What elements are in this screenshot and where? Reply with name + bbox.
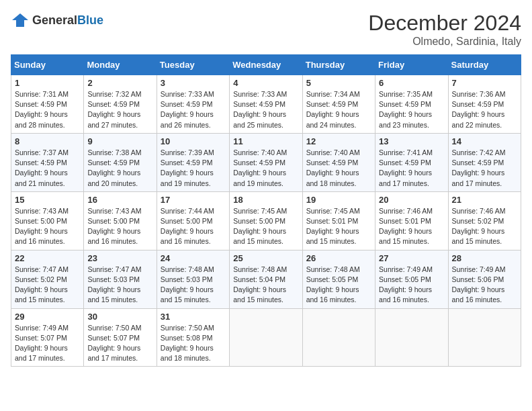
day-info: Sunrise: 7:32 AMSunset: 4:59 PMDaylight:… [87,89,152,130]
calendar-cell: 23Sunrise: 7:47 AMSunset: 5:03 PMDayligh… [84,250,157,308]
day-number: 25 [233,253,298,263]
day-number: 16 [87,195,152,205]
day-number: 12 [306,136,371,146]
day-info: Sunrise: 7:46 AMSunset: 5:01 PMDaylight:… [379,206,444,247]
weekday-header-saturday: Saturday [448,55,521,75]
day-number: 8 [15,136,80,146]
calendar-cell: 11Sunrise: 7:40 AMSunset: 4:59 PMDayligh… [230,133,302,191]
day-number: 1 [15,78,80,88]
day-info: Sunrise: 7:49 AMSunset: 5:07 PMDaylight:… [15,323,80,364]
day-number: 5 [306,78,371,88]
day-number: 29 [15,312,80,322]
day-number: 30 [87,312,152,322]
calendar-cell: 10Sunrise: 7:39 AMSunset: 4:59 PMDayligh… [157,133,229,191]
logo: GeneralBlue [11,11,103,30]
day-number: 11 [233,136,298,146]
day-info: Sunrise: 7:40 AMSunset: 4:59 PMDaylight:… [306,148,371,189]
calendar-cell: 27Sunrise: 7:49 AMSunset: 5:05 PMDayligh… [375,250,448,308]
weekday-header-wednesday: Wednesday [230,55,302,75]
calendar-cell: 26Sunrise: 7:48 AMSunset: 5:05 PMDayligh… [302,250,375,308]
day-info: Sunrise: 7:49 AMSunset: 5:05 PMDaylight:… [379,265,444,306]
calendar-cell: 28Sunrise: 7:49 AMSunset: 5:06 PMDayligh… [448,250,521,308]
day-info: Sunrise: 7:43 AMSunset: 5:00 PMDaylight:… [87,206,152,247]
day-info: Sunrise: 7:36 AMSunset: 4:59 PMDaylight:… [452,89,517,130]
calendar-cell: 14Sunrise: 7:42 AMSunset: 4:59 PMDayligh… [448,133,521,191]
location-title: Olmedo, Sardinia, Italy [368,36,521,48]
day-info: Sunrise: 7:33 AMSunset: 4:59 PMDaylight:… [161,89,226,130]
weekday-header-monday: Monday [84,55,157,75]
calendar-cell: 31Sunrise: 7:50 AMSunset: 5:08 PMDayligh… [157,308,229,367]
weekday-header-tuesday: Tuesday [157,55,229,75]
calendar-cell: 9Sunrise: 7:38 AMSunset: 4:59 PMDaylight… [84,133,157,191]
day-number: 2 [87,78,152,88]
day-number: 28 [452,253,517,263]
day-info: Sunrise: 7:48 AMSunset: 5:04 PMDaylight:… [233,265,298,306]
day-number: 4 [233,78,298,88]
calendar-cell: 19Sunrise: 7:45 AMSunset: 5:01 PMDayligh… [302,191,375,250]
day-info: Sunrise: 7:45 AMSunset: 5:01 PMDaylight:… [306,206,371,247]
calendar-cell: 6Sunrise: 7:35 AMSunset: 4:59 PMDaylight… [375,75,448,134]
day-number: 20 [379,195,444,205]
day-number: 26 [306,253,371,263]
day-info: Sunrise: 7:44 AMSunset: 5:00 PMDaylight:… [161,206,226,247]
calendar-cell [230,308,302,367]
day-info: Sunrise: 7:38 AMSunset: 4:59 PMDaylight:… [87,148,152,189]
calendar-cell: 12Sunrise: 7:40 AMSunset: 4:59 PMDayligh… [302,133,375,191]
calendar-cell: 25Sunrise: 7:48 AMSunset: 5:04 PMDayligh… [230,250,302,308]
logo-icon [11,11,30,30]
day-info: Sunrise: 7:43 AMSunset: 5:00 PMDaylight:… [15,206,80,247]
calendar-cell: 30Sunrise: 7:50 AMSunset: 5:07 PMDayligh… [84,308,157,367]
calendar-cell: 13Sunrise: 7:41 AMSunset: 4:59 PMDayligh… [375,133,448,191]
day-info: Sunrise: 7:37 AMSunset: 4:59 PMDaylight:… [15,148,80,189]
day-info: Sunrise: 7:47 AMSunset: 5:03 PMDaylight:… [87,265,152,306]
day-info: Sunrise: 7:42 AMSunset: 4:59 PMDaylight:… [452,148,517,189]
day-info: Sunrise: 7:50 AMSunset: 5:07 PMDaylight:… [87,323,152,364]
day-number: 19 [306,195,371,205]
calendar-cell: 3Sunrise: 7:33 AMSunset: 4:59 PMDaylight… [157,75,229,134]
day-number: 27 [379,253,444,263]
day-info: Sunrise: 7:31 AMSunset: 4:59 PMDaylight:… [15,89,80,130]
weekday-header-thursday: Thursday [302,55,375,75]
logo-blue-text: Blue [77,13,103,27]
day-info: Sunrise: 7:34 AMSunset: 4:59 PMDaylight:… [306,89,371,130]
calendar-table: SundayMondayTuesdayWednesdayThursdayFrid… [11,54,521,367]
title-block: December 2024 Olmedo, Sardinia, Italy [368,11,521,48]
calendar-cell: 29Sunrise: 7:49 AMSunset: 5:07 PMDayligh… [11,308,84,367]
weekday-header-friday: Friday [375,55,448,75]
day-info: Sunrise: 7:39 AMSunset: 4:59 PMDaylight:… [161,148,226,189]
calendar-cell [375,308,448,367]
day-info: Sunrise: 7:47 AMSunset: 5:02 PMDaylight:… [15,265,80,306]
day-number: 7 [452,78,517,88]
calendar-cell: 4Sunrise: 7:33 AMSunset: 4:59 PMDaylight… [230,75,302,134]
calendar-cell [302,308,375,367]
calendar-cell: 16Sunrise: 7:43 AMSunset: 5:00 PMDayligh… [84,191,157,250]
calendar-cell: 24Sunrise: 7:48 AMSunset: 5:03 PMDayligh… [157,250,229,308]
day-info: Sunrise: 7:50 AMSunset: 5:08 PMDaylight:… [161,323,226,364]
calendar-cell: 22Sunrise: 7:47 AMSunset: 5:02 PMDayligh… [11,250,84,308]
day-info: Sunrise: 7:46 AMSunset: 5:02 PMDaylight:… [452,206,517,247]
day-number: 17 [161,195,226,205]
day-info: Sunrise: 7:33 AMSunset: 4:59 PMDaylight:… [233,89,298,130]
day-info: Sunrise: 7:40 AMSunset: 4:59 PMDaylight:… [233,148,298,189]
day-number: 21 [452,195,517,205]
weekday-header-sunday: Sunday [11,55,84,75]
calendar-cell: 20Sunrise: 7:46 AMSunset: 5:01 PMDayligh… [375,191,448,250]
day-number: 24 [161,253,226,263]
svg-marker-0 [12,13,28,27]
day-info: Sunrise: 7:41 AMSunset: 4:59 PMDaylight:… [379,148,444,189]
day-number: 3 [161,78,226,88]
day-number: 10 [161,136,226,146]
calendar-cell: 17Sunrise: 7:44 AMSunset: 5:00 PMDayligh… [157,191,229,250]
day-number: 15 [15,195,80,205]
day-info: Sunrise: 7:49 AMSunset: 5:06 PMDaylight:… [452,265,517,306]
day-info: Sunrise: 7:48 AMSunset: 5:03 PMDaylight:… [161,265,226,306]
day-number: 18 [233,195,298,205]
month-title: December 2024 [368,11,521,36]
day-info: Sunrise: 7:45 AMSunset: 5:00 PMDaylight:… [233,206,298,247]
logo-general-text: General [32,13,77,27]
day-number: 13 [379,136,444,146]
day-number: 22 [15,253,80,263]
day-number: 23 [87,253,152,263]
calendar-cell: 5Sunrise: 7:34 AMSunset: 4:59 PMDaylight… [302,75,375,134]
day-number: 31 [161,312,226,322]
